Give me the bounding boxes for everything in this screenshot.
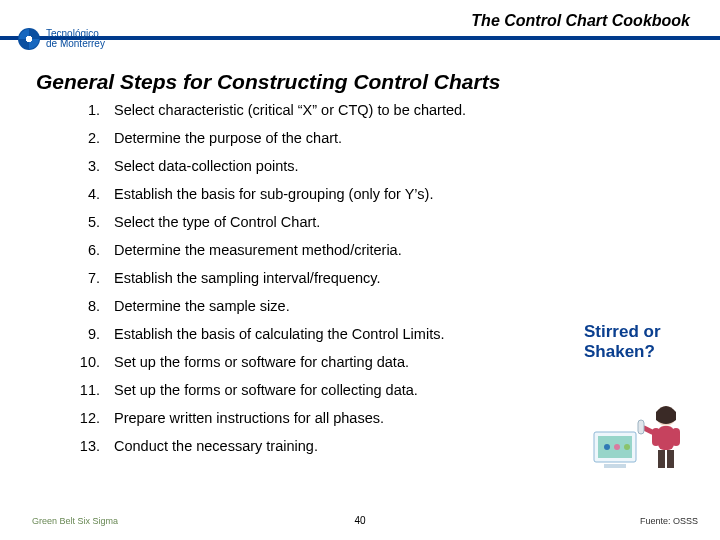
step-number: 8. bbox=[72, 298, 100, 314]
step-text: Determine the measurement method/criteri… bbox=[114, 242, 720, 258]
svg-point-3 bbox=[614, 444, 620, 450]
header: The Control Chart Cookbook Tecnológico d… bbox=[0, 0, 720, 54]
svg-rect-7 bbox=[658, 426, 674, 450]
slide-title: General Steps for Constructing Control C… bbox=[36, 70, 720, 94]
svg-rect-12 bbox=[638, 420, 644, 434]
step-text: Select data-collection points. bbox=[114, 158, 720, 174]
svg-rect-10 bbox=[658, 450, 665, 468]
list-item: 4.Establish the basis for sub-grouping (… bbox=[72, 186, 720, 202]
list-item: 5.Select the type of Control Chart. bbox=[72, 214, 720, 230]
callout-text: Stirred or Shaken? bbox=[584, 322, 696, 362]
svg-rect-5 bbox=[604, 464, 626, 468]
page-number: 40 bbox=[354, 515, 365, 526]
step-number: 4. bbox=[72, 186, 100, 202]
list-item: 2.Determine the purpose of the chart. bbox=[72, 130, 720, 146]
list-item: 11.Set up the forms or software for coll… bbox=[72, 382, 720, 398]
svg-point-2 bbox=[604, 444, 610, 450]
svg-point-4 bbox=[624, 444, 630, 450]
list-item: 7.Establish the sampling interval/freque… bbox=[72, 270, 720, 286]
list-item: 8.Determine the sample size. bbox=[72, 298, 720, 314]
org-logo: Tecnológico de Monterrey bbox=[18, 28, 105, 50]
step-number: 2. bbox=[72, 130, 100, 146]
header-divider bbox=[0, 36, 720, 40]
step-number: 1. bbox=[72, 102, 100, 118]
footer-source: Fuente: OSSS bbox=[640, 516, 698, 526]
org-logo-text: Tecnológico de Monterrey bbox=[46, 29, 105, 49]
step-text: Select the type of Control Chart. bbox=[114, 214, 720, 230]
step-text: Determine the purpose of the chart. bbox=[114, 130, 720, 146]
step-number: 9. bbox=[72, 326, 100, 342]
step-number: 7. bbox=[72, 270, 100, 286]
step-number: 6. bbox=[72, 242, 100, 258]
list-item: 3.Select data-collection points. bbox=[72, 158, 720, 174]
svg-rect-9 bbox=[672, 428, 680, 446]
step-text: Select characteristic (critical “X” or C… bbox=[114, 102, 720, 118]
step-text: Set up the forms or software for collect… bbox=[114, 382, 720, 398]
step-number: 5. bbox=[72, 214, 100, 230]
step-text: Determine the sample size. bbox=[114, 298, 720, 314]
org-logo-icon bbox=[18, 28, 40, 50]
list-item: 1.Select characteristic (critical “X” or… bbox=[72, 102, 720, 118]
org-logo-line2: de Monterrey bbox=[46, 39, 105, 49]
step-number: 13. bbox=[72, 438, 100, 454]
header-title: The Control Chart Cookbook bbox=[471, 12, 690, 30]
list-item: 6.Determine the measurement method/crite… bbox=[72, 242, 720, 258]
footer-left: Green Belt Six Sigma bbox=[32, 516, 118, 526]
step-text: Establish the sampling interval/frequenc… bbox=[114, 270, 720, 286]
step-number: 10. bbox=[72, 354, 100, 370]
step-number: 11. bbox=[72, 382, 100, 398]
step-number: 3. bbox=[72, 158, 100, 174]
step-number: 12. bbox=[72, 410, 100, 426]
svg-rect-11 bbox=[667, 450, 674, 468]
step-text: Establish the basis for sub-grouping (on… bbox=[114, 186, 720, 202]
illustration-icon bbox=[592, 398, 692, 474]
